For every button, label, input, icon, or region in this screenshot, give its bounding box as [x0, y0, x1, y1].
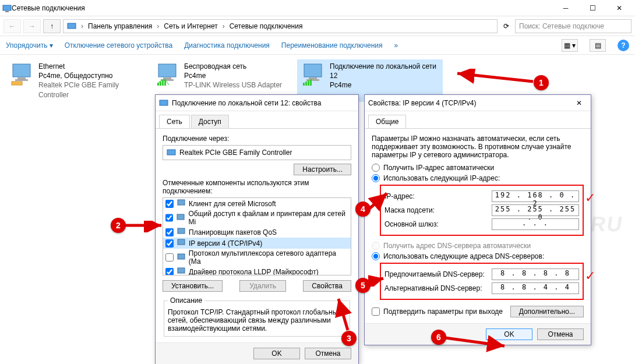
up-button[interactable]: ↑ [43, 19, 61, 33]
crumb-0[interactable]: Панель управления [88, 22, 152, 30]
diagnose-link[interactable]: Диагностика подключения [184, 41, 270, 50]
properties-button[interactable]: Свойства [303, 280, 351, 292]
tab-general[interactable]: Общие [368, 115, 406, 128]
tab-network[interactable]: Сеть [159, 115, 190, 128]
ipv4-properties-dialog: Свойства: IP версии 4 (TCP/IPv4) ✕ Общие… [364, 94, 591, 345]
dlg1-cancel-button[interactable]: Отмена [305, 348, 351, 359]
svg-rect-19 [308, 80, 309, 86]
forward-button[interactable]: → [23, 19, 41, 33]
component-checkbox[interactable] [165, 200, 174, 208]
search-placeholder: Поиск: Сетевые подключе [519, 22, 604, 30]
breadcrumb[interactable]: › Панель управления › Сеть и Интернет › … [63, 19, 498, 33]
disable-device-link[interactable]: Отключение сетевого устройства [65, 41, 172, 50]
description-text: Протокол TCP/IP. Стандартный протокол гл… [168, 308, 346, 333]
component-item[interactable]: IP версии 4 (TCP/IPv4) [163, 238, 351, 249]
svg-rect-23 [178, 200, 185, 205]
components-label: Отмеченные компоненты используются этим … [163, 179, 351, 195]
gateway-input[interactable]: . . . [492, 218, 579, 230]
svg-line-35 [445, 338, 505, 346]
nic-icon [167, 148, 176, 157]
svg-line-32 [338, 299, 348, 330]
advanced-button[interactable]: Дополнительно... [510, 306, 584, 317]
crumb-1[interactable]: Сеть и Интернет [164, 22, 217, 30]
arrow-5 [368, 275, 386, 287]
close-button[interactable]: ✕ [606, 0, 633, 16]
dlg1-ok-button[interactable]: OK [253, 348, 300, 359]
svg-rect-5 [15, 79, 28, 81]
components-list[interactable]: Клиент для сетей MicrosoftОбщий доступ к… [163, 197, 351, 275]
marker-3: 3 [341, 331, 357, 346]
component-icon [177, 253, 185, 263]
search-input[interactable]: Поиск: Сетевые подключе [515, 19, 632, 33]
arrow-6 [444, 335, 508, 353]
svg-rect-14 [304, 64, 322, 77]
radio-auto-dns-input [372, 242, 380, 250]
maximize-button[interactable]: ☐ [579, 0, 606, 16]
details-pane-button[interactable]: ▤ [590, 39, 606, 52]
component-item[interactable]: Протокол мультиплексора сетевого адаптер… [163, 249, 351, 266]
addressbar: ← → ↑ › Панель управления › Сеть и Интер… [0, 16, 635, 36]
more-indicator[interactable]: » [394, 41, 398, 50]
mask-label: Маска подсети: [384, 206, 487, 214]
component-checkbox[interactable] [165, 239, 174, 248]
install-button[interactable]: Установить... [163, 280, 223, 292]
svg-rect-3 [13, 64, 30, 77]
alternate-dns-input[interactable]: 8 . 8 . 4 . 4 [492, 282, 579, 294]
rename-link[interactable]: Переименование подключения [281, 41, 383, 50]
chevron-right-icon: › [79, 22, 86, 30]
subnet-mask-input[interactable]: 255 . 255 . 255 . 0 [492, 204, 579, 216]
refresh-button[interactable]: ⟳ [500, 22, 513, 30]
back-button[interactable]: ← [3, 19, 21, 33]
radio-manual-dns[interactable]: Использовать следующие адреса DNS-сервер… [372, 252, 584, 260]
component-label: Планировщик пакетов QoS [189, 228, 277, 236]
component-checkbox[interactable] [165, 214, 173, 222]
radio-auto-ip[interactable]: Получить IP-адрес автоматически [372, 164, 584, 172]
dialog1-title: Подключение по локальной сети 12: свойст… [172, 99, 355, 107]
dialog2-close-button[interactable]: ✕ [571, 99, 587, 107]
component-item[interactable]: Клиент для сетей Microsoft [163, 198, 351, 209]
controller-box: Realtek PCIe GBE Family Controller [163, 145, 351, 160]
adapter-name: Беспроводная сеть [184, 62, 282, 71]
radio-manual-ip-input[interactable] [372, 174, 380, 182]
svg-rect-27 [178, 254, 185, 259]
validate-checkbox[interactable] [372, 308, 380, 316]
tab-sharing[interactable]: Доступ [191, 115, 229, 128]
component-checkbox[interactable] [165, 228, 174, 236]
validate-label: Подтвердить параметры при выходе [383, 308, 503, 316]
radio-auto-ip-input[interactable] [372, 164, 380, 172]
nic-icon [159, 98, 168, 108]
radio-manual-dns-input[interactable] [372, 252, 380, 260]
component-checkbox[interactable] [165, 268, 174, 276]
component-item[interactable]: Общий доступ к файлам и принтерам для се… [163, 209, 351, 227]
dialog2-title: Свойства: IP версии 4 (TCP/IPv4) [368, 99, 567, 107]
connection-properties-dialog: Подключение по локальной сети 12: свойст… [155, 94, 359, 364]
svg-rect-7 [158, 64, 176, 77]
chevron-right-icon: › [220, 22, 227, 30]
check-icon: ✓ [585, 268, 595, 284]
arrow-3 [335, 296, 352, 333]
component-icon [177, 213, 185, 223]
gateway-label: Основной шлюз: [384, 220, 487, 228]
component-label: Драйвер протокола LLDP (Майкрософт) [189, 268, 319, 276]
configure-button[interactable]: Настроить... [294, 164, 351, 175]
adapter-ethernet[interactable]: Ethernet Pc4me, Общедоступно Realtek PCI… [6, 59, 151, 102]
component-item[interactable]: Планировщик пакетов QoS [163, 227, 351, 238]
help-button[interactable]: ? [618, 40, 629, 51]
adapter-status: Pc4me, Общедоступно [38, 71, 148, 80]
svg-rect-24 [177, 214, 184, 220]
radio-manual-ip[interactable]: Использовать следующий IP-адрес: [372, 174, 584, 182]
svg-rect-25 [178, 228, 185, 234]
component-checkbox[interactable] [165, 253, 174, 261]
adapter-name: Ethernet [38, 62, 148, 71]
dlg2-cancel-button[interactable]: Отмена [537, 328, 584, 340]
view-dropdown[interactable]: ▦ ▾ [562, 39, 578, 52]
svg-rect-10 [157, 83, 159, 86]
component-item[interactable]: Драйвер протокола LLDP (Майкрософт) [163, 266, 351, 275]
ip-address-input[interactable]: 192 . 168 . 0 . 2 [492, 190, 579, 202]
svg-line-34 [369, 278, 383, 282]
component-label: Общий доступ к файлам и принтерам для се… [188, 210, 348, 226]
crumb-2[interactable]: Сетевые подключения [230, 22, 303, 30]
organize-menu[interactable]: Упорядочить ▾ [6, 41, 53, 50]
minimize-button[interactable]: ─ [552, 0, 579, 16]
preferred-dns-input[interactable]: 8 . 8 . 8 . 8 [492, 268, 579, 280]
